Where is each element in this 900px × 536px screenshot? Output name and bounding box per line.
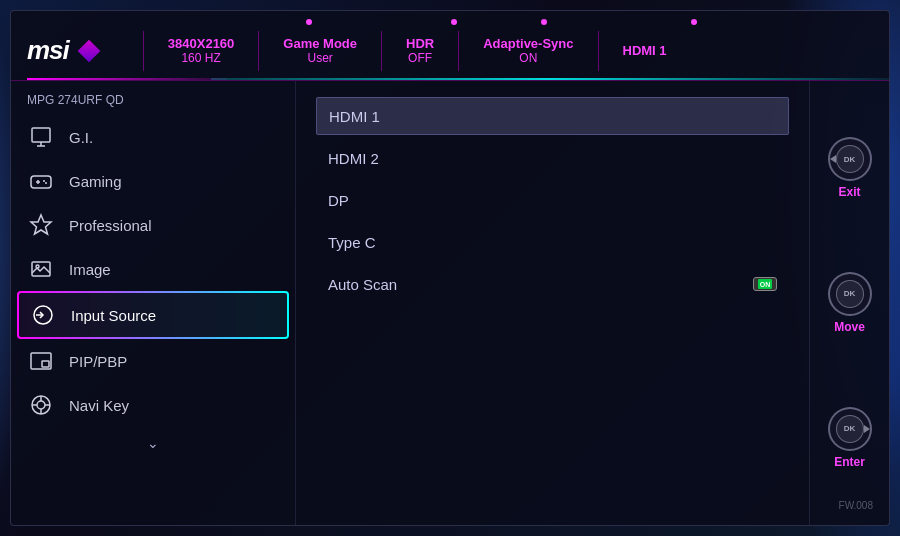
gi-icon: [27, 123, 55, 151]
controls-panel: DK Exit DK Move DK: [809, 81, 889, 525]
msi-logo: msi: [27, 35, 69, 66]
svg-marker-8: [31, 215, 51, 234]
input-source-label: Input Source: [71, 307, 156, 324]
exit-dk-button: DK: [828, 137, 872, 181]
move-label: Move: [834, 320, 865, 334]
enter-arrow-icon: [864, 425, 872, 433]
toggle-on-indicator: ON: [758, 279, 772, 289]
main-area: MPG 274URF QD G.I.: [11, 81, 889, 525]
menu-item-input-source: Input Source: [19, 293, 287, 337]
exit-button[interactable]: DK Exit: [828, 137, 872, 199]
header-divider-5: [598, 31, 599, 71]
typec-label: Type C: [328, 234, 777, 251]
dot-2: [451, 19, 457, 25]
header-divider-2: [258, 31, 259, 71]
enter-dk-text: DK: [844, 424, 856, 433]
menu-item-professional[interactable]: Professional: [11, 203, 295, 247]
pip-pbp-label: PIP/PBP: [69, 353, 127, 370]
input-source-icon: [29, 301, 57, 329]
resolution-value: 3840X2160: [168, 36, 235, 51]
move-dk-text: DK: [844, 289, 856, 298]
hdr-value: HDR: [406, 36, 434, 51]
svg-rect-3: [31, 176, 51, 188]
professional-icon: [27, 211, 55, 239]
menu-item-input-source-wrap[interactable]: Input Source: [19, 293, 287, 337]
stat-resolution: 3840X2160 160 HZ: [160, 36, 243, 65]
dot-4: [691, 19, 697, 25]
autoscan-label: Auto Scan: [328, 276, 753, 293]
stat-input: HDMI 1: [615, 43, 675, 58]
model-name: MPG 274URF QD: [11, 93, 295, 115]
game-mode-value: Game Mode: [283, 36, 357, 51]
move-dk-button: DK: [828, 272, 872, 316]
svg-point-7: [45, 182, 47, 184]
svg-rect-14: [42, 361, 49, 367]
hdmi2-label: HDMI 2: [328, 150, 777, 167]
navi-key-label: Navi Key: [69, 397, 129, 414]
menu-item-navi-key[interactable]: Navi Key: [11, 383, 295, 427]
navi-key-icon: [27, 391, 55, 419]
enter-button-inner: DK: [836, 415, 864, 443]
menu-item-gi[interactable]: G.I.: [11, 115, 295, 159]
header-divider-1: [143, 31, 144, 71]
osd-panel: msi 3840X2160 160 HZ Game Mode User HDR …: [10, 10, 890, 526]
content-item-hdmi2[interactable]: HDMI 2: [316, 139, 789, 177]
logo-area: msi: [27, 35, 97, 66]
gaming-label: Gaming: [69, 173, 122, 190]
hdmi1-label: HDMI 1: [329, 108, 776, 125]
exit-arrow-icon: [828, 155, 836, 163]
content-item-typec[interactable]: Type C: [316, 223, 789, 261]
dot-1: [306, 19, 312, 25]
move-button[interactable]: DK Move: [828, 272, 872, 334]
logo-diamond: [77, 39, 100, 62]
stat-game-mode: Game Mode User: [275, 36, 365, 65]
menu-item-gaming[interactable]: Gaming: [11, 159, 295, 203]
resolution-sub: 160 HZ: [168, 51, 235, 65]
image-icon: [27, 255, 55, 283]
gaming-icon: [27, 167, 55, 195]
menu-more-arrow: ⌄: [11, 427, 295, 459]
menu-item-pip-pbp[interactable]: PIP/PBP: [11, 339, 295, 383]
enter-dk-button: DK: [828, 407, 872, 451]
pip-pbp-icon: [27, 347, 55, 375]
dot-3: [541, 19, 547, 25]
header-line-pink: [27, 78, 227, 80]
dp-label: DP: [328, 192, 777, 209]
content-item-autoscan[interactable]: Auto Scan ON: [316, 265, 789, 303]
exit-button-inner: DK: [836, 145, 864, 173]
exit-dk-text: DK: [844, 155, 856, 164]
autoscan-badge: ON: [753, 277, 777, 291]
professional-label: Professional: [69, 217, 152, 234]
move-button-inner: DK: [836, 280, 864, 308]
svg-point-16: [37, 401, 45, 409]
svg-rect-0: [32, 128, 50, 142]
game-mode-sub: User: [283, 51, 357, 65]
content-item-dp[interactable]: DP: [316, 181, 789, 219]
stat-hdr: HDR OFF: [398, 36, 442, 65]
gi-label: G.I.: [69, 129, 93, 146]
sidebar: MPG 274URF QD G.I.: [11, 81, 296, 525]
content-item-hdmi1[interactable]: HDMI 1: [316, 97, 789, 135]
hdr-sub: OFF: [406, 51, 434, 65]
header-line-cyan: [211, 78, 889, 80]
stat-adaptive-sync: Adaptive-Sync ON: [475, 36, 581, 65]
adaptive-sync-value: Adaptive-Sync: [483, 36, 573, 51]
toggle-on: ON: [753, 277, 777, 291]
input-value: HDMI 1: [623, 43, 667, 58]
osd-header: msi 3840X2160 160 HZ Game Mode User HDR …: [11, 11, 889, 81]
firmware-label: FW.008: [839, 500, 873, 511]
enter-label: Enter: [834, 455, 865, 469]
enter-button[interactable]: DK Enter: [828, 407, 872, 469]
content-panel: HDMI 1 HDMI 2 DP Type C Auto Scan ON: [296, 81, 809, 525]
header-divider-3: [381, 31, 382, 71]
menu-item-image[interactable]: Image: [11, 247, 295, 291]
svg-point-6: [43, 180, 45, 182]
exit-label: Exit: [838, 185, 860, 199]
adaptive-sync-sub: ON: [483, 51, 573, 65]
image-label: Image: [69, 261, 111, 278]
header-divider-4: [458, 31, 459, 71]
